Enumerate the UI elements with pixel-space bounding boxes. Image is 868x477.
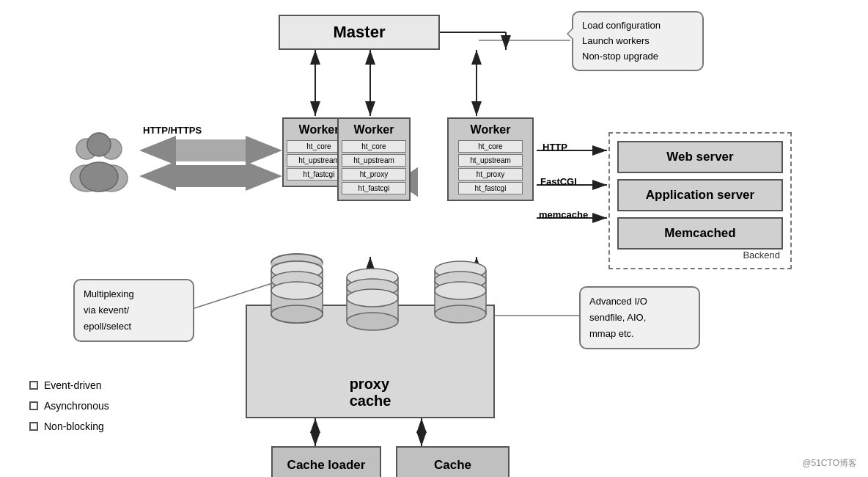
db-cylinder-1 bbox=[268, 250, 326, 330]
master-label: Master bbox=[334, 23, 386, 42]
svg-point-42 bbox=[80, 162, 118, 192]
fastcgi-label: FastCGI bbox=[540, 176, 577, 187]
backend-title: Backend bbox=[617, 250, 783, 261]
callout-top: Load configuration Launch workers Non-st… bbox=[572, 11, 704, 71]
appserver-box: Application server bbox=[617, 179, 783, 211]
callout-br-line1: Advanced I/O bbox=[589, 296, 647, 307]
callout-bl-line2: via kevent/ bbox=[84, 305, 129, 316]
svg-rect-14 bbox=[176, 165, 246, 176]
callout-bl-text: Multiplexing via kevent/ epoll/select bbox=[84, 288, 134, 332]
worker-2-mod-4: ht_fastcgi bbox=[342, 182, 406, 194]
svg-point-67 bbox=[435, 282, 486, 299]
memcached-label: Memcached bbox=[664, 226, 735, 240]
appserver-label: Application server bbox=[646, 188, 754, 202]
callout-br-line3: mmap etc. bbox=[589, 328, 634, 339]
svg-rect-11 bbox=[176, 150, 246, 161]
db-cylinder-2 bbox=[343, 257, 402, 338]
legend-text-2: Asynchronous bbox=[44, 396, 109, 416]
cache-loader-box: Cache loader bbox=[271, 446, 381, 477]
legend-square-1 bbox=[29, 381, 38, 390]
svg-point-41 bbox=[87, 133, 111, 156]
svg-marker-12 bbox=[139, 161, 176, 191]
worker-3-mod-1: ht_core bbox=[458, 140, 523, 153]
worker-3-mod-3: ht_proxy bbox=[458, 168, 523, 181]
legend: Event-driven Asynchronous Non-blocking bbox=[29, 375, 109, 437]
svg-point-56 bbox=[271, 305, 323, 323]
proxy-cache-label: proxycache bbox=[350, 376, 391, 409]
worker-2-box: Worker ht_core ht_upstream ht_proxy ht_f… bbox=[337, 117, 411, 201]
callout-bl-line1: Multiplexing bbox=[84, 288, 134, 299]
worker-2-mod-1: ht_core bbox=[342, 140, 406, 153]
worker-3-mod-4: ht_fastcgi bbox=[458, 182, 523, 194]
worker-3-title: Worker bbox=[471, 123, 511, 136]
callout-top-line3: Non-stop upgrade bbox=[582, 51, 658, 62]
svg-point-53 bbox=[271, 282, 323, 299]
memcached-box: Memcached bbox=[617, 217, 783, 250]
legend-item-1: Event-driven bbox=[29, 375, 109, 396]
worker-2-title: Worker bbox=[354, 123, 394, 136]
callout-top-line2: Launch workers bbox=[582, 35, 650, 46]
legend-item-2: Asynchronous bbox=[29, 396, 109, 416]
callout-bl: Multiplexing via kevent/ epoll/select bbox=[73, 279, 194, 342]
legend-item-3: Non-blocking bbox=[29, 416, 109, 437]
svg-marker-8 bbox=[139, 136, 176, 165]
svg-point-70 bbox=[435, 305, 486, 323]
legend-square-3 bbox=[29, 422, 38, 431]
watermark: @51CTO博客 bbox=[802, 457, 857, 470]
backend-container: Web server Application server Memcached … bbox=[608, 132, 792, 269]
svg-rect-10 bbox=[176, 139, 246, 150]
callout-top-line1: Load configuration bbox=[582, 20, 661, 31]
webserver-box: Web server bbox=[617, 141, 783, 173]
worker-2-mod-2: ht_upstream bbox=[342, 154, 406, 167]
svg-point-63 bbox=[347, 313, 398, 330]
callout-br-text: Advanced I/O sendfile, AIO, mmap etc. bbox=[589, 296, 647, 339]
memcache-label: memcache bbox=[539, 209, 588, 220]
worker-3-mod-2: ht_upstream bbox=[458, 154, 523, 167]
svg-point-60 bbox=[347, 289, 398, 307]
legend-text-3: Non-blocking bbox=[44, 416, 104, 437]
legend-text-1: Event-driven bbox=[44, 375, 102, 396]
callout-bl-line3: epoll/select bbox=[84, 321, 131, 332]
svg-marker-9 bbox=[246, 136, 282, 165]
cache-manager-box: Cache manager bbox=[396, 446, 510, 477]
http-label: HTTP bbox=[542, 142, 567, 153]
cache-manager-label: Cache manager bbox=[427, 458, 479, 477]
worker-2-mod-3: ht_proxy bbox=[342, 168, 406, 181]
users-icon bbox=[66, 128, 132, 194]
callout-br-line2: sendfile, AIO, bbox=[589, 312, 646, 323]
svg-rect-15 bbox=[176, 176, 246, 187]
master-box: Master bbox=[279, 15, 440, 50]
worker-3-box: Worker ht_core ht_upstream ht_proxy ht_f… bbox=[447, 117, 534, 201]
callout-br: Advanced I/O sendfile, AIO, mmap etc. bbox=[579, 286, 700, 349]
callout-top-text: Load configuration Launch workers Non-st… bbox=[582, 20, 661, 62]
db-cylinder-3 bbox=[431, 250, 490, 330]
cache-loader-label: Cache loader bbox=[287, 458, 366, 472]
worker-1-title: Worker bbox=[299, 123, 339, 136]
webserver-label: Web server bbox=[666, 150, 733, 164]
legend-square-2 bbox=[29, 401, 38, 410]
http-https-label: HTTP/HTTPS bbox=[143, 125, 202, 136]
svg-marker-13 bbox=[246, 161, 282, 191]
diagram: Master Load configuration Launch workers… bbox=[0, 0, 868, 477]
